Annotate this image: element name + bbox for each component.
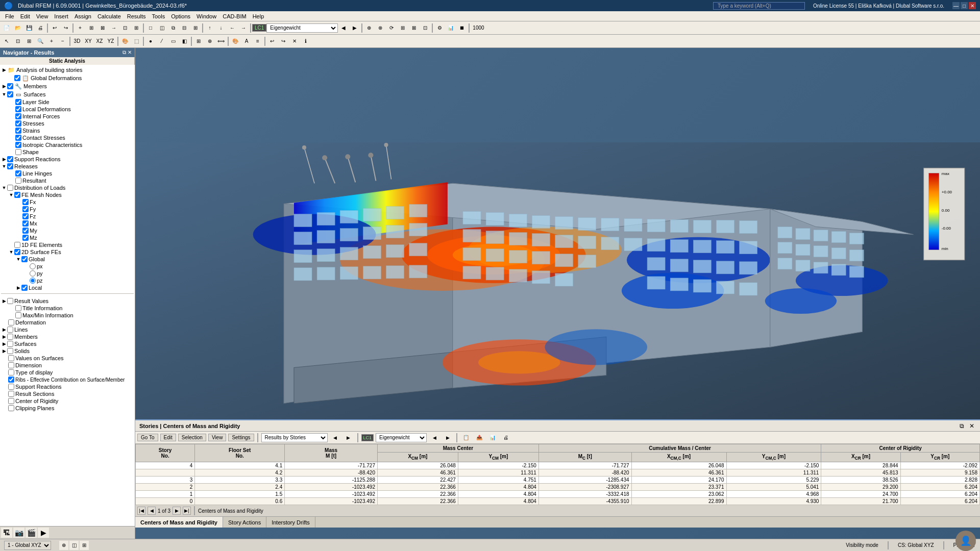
check-resultant[interactable]	[15, 178, 21, 184]
save-button[interactable]: 💾	[23, 23, 35, 33]
tree-members[interactable]: ▶ 🔧 Members	[1, 82, 134, 90]
tree-local[interactable]: ▶ Local	[1, 284, 134, 291]
check-contact-stresses[interactable]	[15, 135, 21, 141]
label-btn[interactable]: A	[241, 36, 252, 46]
snap-toggle[interactable]: ⊕	[59, 541, 68, 550]
bottom-panel-controls[interactable]: ⧉ ✕	[958, 422, 976, 430]
maximize-button[interactable]: □	[961, 2, 968, 9]
coord-system-select[interactable]: 1 - Global XYZ	[4, 541, 51, 550]
menu-assign[interactable]: Assign	[71, 12, 94, 20]
nav-float-btn[interactable]: ⧉	[122, 49, 126, 56]
check-surfaces[interactable]	[7, 91, 13, 97]
bottom-close-btn[interactable]: ✕	[968, 422, 976, 430]
menu-options[interactable]: Options	[168, 12, 193, 20]
tb-btn10[interactable]: ◫	[156, 23, 167, 33]
check-deformation[interactable]	[8, 319, 14, 325]
tree-fz[interactable]: Fz	[1, 213, 134, 220]
close-button[interactable]: ✕	[969, 2, 976, 9]
tree-global-deformations[interactable]: 📋 Global Deformations	[1, 74, 134, 82]
toggle-1d-fe[interactable]	[8, 242, 14, 248]
tb-btn3[interactable]: +	[75, 23, 86, 33]
tree-distribution-loads[interactable]: ▼ Distribution of Loads	[1, 184, 134, 191]
tree-isotropic[interactable]: Isotropic Characteristics	[1, 141, 134, 148]
tb-btn17[interactable]: →	[238, 23, 249, 33]
export-btn[interactable]: 📤	[474, 433, 485, 443]
check-2d-surface[interactable]	[14, 249, 20, 255]
tree-shape[interactable]: Shape	[1, 148, 134, 156]
copy-btn[interactable]: 📋	[460, 433, 472, 443]
check-values-surfaces[interactable]	[8, 355, 14, 361]
check-mx[interactable]	[22, 220, 29, 227]
work-plane-btn[interactable]: ⊞	[80, 541, 89, 550]
search-box[interactable]: Type a keyword (Alt+Q)	[713, 2, 805, 10]
nav-last[interactable]: ▶|	[183, 507, 191, 515]
nav-icon-film[interactable]: 🎬	[26, 528, 37, 538]
check-local[interactable]	[21, 285, 28, 291]
tree-mx[interactable]: Mx	[1, 220, 134, 227]
tree-layer-side[interactable]: Layer Side	[1, 98, 134, 106]
check-lines[interactable]	[7, 327, 13, 333]
check-members-nav[interactable]	[7, 334, 13, 340]
tree-solids[interactable]: ▶ Solids	[1, 347, 134, 355]
toggle-support-react[interactable]: ▶	[1, 156, 7, 162]
bottom-lc-dropdown[interactable]: Eigengewicht	[376, 433, 427, 442]
window-controls[interactable]: — □ ✕	[952, 2, 976, 9]
check-stresses[interactable]	[15, 120, 21, 127]
tab-interstory-drifts[interactable]: Interstory Drifts	[266, 517, 315, 528]
menu-results[interactable]: Results	[124, 12, 149, 20]
undo-button[interactable]: ↩	[49, 23, 60, 33]
tb-btn16[interactable]: ←	[227, 23, 238, 33]
tree-my[interactable]: My	[1, 227, 134, 234]
tree-internal-forces[interactable]: Internal Forces	[1, 113, 134, 120]
tree-support-reactions[interactable]: ▶ Support Reactions	[1, 156, 134, 163]
menu-help[interactable]: Help	[250, 12, 267, 20]
tb-btn7[interactable]: ⊡	[119, 23, 131, 33]
tree-2d-surface[interactable]: ▼ 2D Surface FEs	[1, 248, 134, 256]
tb-btn15[interactable]: ↓	[215, 23, 227, 33]
color-scheme[interactable]: 🎨	[230, 36, 241, 46]
tb-btn22[interactable]: ⊠	[408, 23, 420, 33]
tree-global[interactable]: ▼ Global	[1, 256, 134, 263]
tree-analysis-building[interactable]: ▶ 📁 Analysis of building stories	[1, 66, 134, 74]
check-ribs[interactable]	[8, 377, 14, 383]
tree-dimension[interactable]: Dimension	[1, 362, 134, 369]
tree-max-min[interactable]: Max/Min Information	[1, 312, 134, 319]
radio-py[interactable]	[30, 270, 36, 277]
filter-btn[interactable]: ⊡	[12, 36, 23, 46]
nav-tab-static-analysis[interactable]: Static Analysis	[0, 57, 135, 65]
tb-btn23[interactable]: ⊡	[420, 23, 431, 33]
check-global[interactable]	[21, 256, 28, 262]
view-btn[interactable]: View	[208, 434, 227, 441]
toggle-members-nav[interactable]: ▶	[1, 334, 7, 340]
view-yz[interactable]: YZ	[105, 36, 116, 46]
check-line-hinges[interactable]	[15, 170, 21, 177]
check-1d-fe[interactable]	[14, 242, 20, 248]
menu-tools[interactable]: Tools	[149, 12, 168, 20]
tab-story-actions[interactable]: Story Actions	[223, 517, 266, 528]
filter-prev[interactable]: ◀	[330, 433, 341, 443]
check-result-sections[interactable]	[8, 391, 14, 397]
tb-btn8[interactable]: ⊞	[131, 23, 142, 33]
line-btn[interactable]: ∕	[156, 36, 167, 46]
lc-next[interactable]: ▶	[349, 23, 360, 33]
radio-pz[interactable]	[30, 278, 36, 284]
check-strains[interactable]	[15, 128, 21, 134]
tb-btn12[interactable]: ⊟	[179, 23, 190, 33]
info-btn[interactable]: ℹ	[300, 36, 311, 46]
check-fe-mesh[interactable]	[14, 192, 20, 198]
tree-result-sections[interactable]: Result Sections	[1, 390, 134, 397]
selection-btn[interactable]: Selection	[178, 434, 206, 441]
tb-btn9[interactable]: □	[145, 23, 156, 33]
tree-surfaces-nav2[interactable]: ▶ Surfaces	[1, 340, 134, 347]
check-local-def[interactable]	[15, 106, 21, 112]
chart-btn[interactable]: 📊	[487, 433, 498, 443]
tb-btn5[interactable]: ⊠	[97, 23, 108, 33]
ortho-toggle[interactable]: ◫	[69, 541, 79, 550]
tree-fx[interactable]: Fx	[1, 198, 134, 206]
legend-btn[interactable]: ≡	[252, 36, 263, 46]
tree-clipping-planes[interactable]: Clipping Planes	[1, 405, 134, 412]
table-container[interactable]: StoryNo. Floor SetNo. MassM [t] Mass Cen…	[135, 444, 980, 505]
nav-first[interactable]: |◀	[137, 507, 145, 515]
nav-prev[interactable]: ◀	[148, 507, 156, 515]
open-button[interactable]: 📂	[12, 23, 23, 33]
